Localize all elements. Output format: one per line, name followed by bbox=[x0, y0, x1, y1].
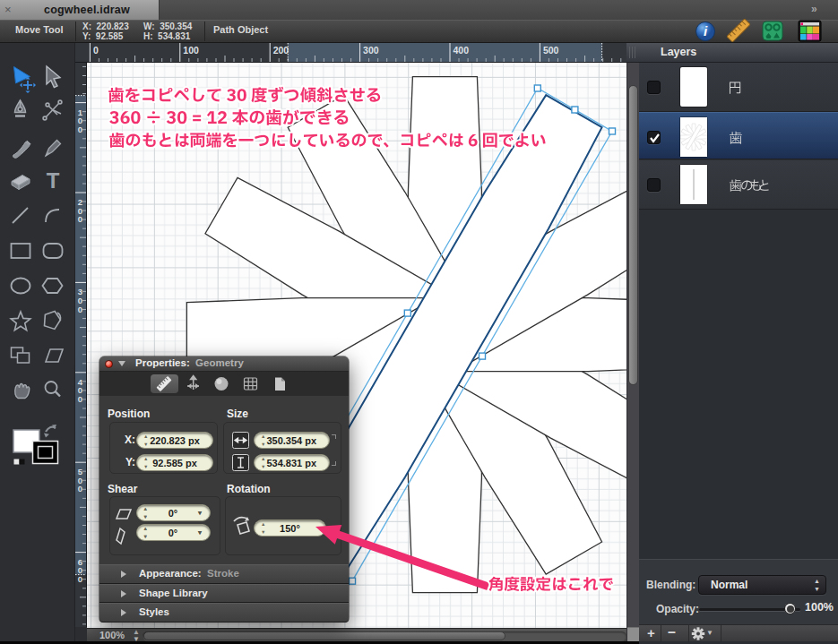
svg-text:T: T bbox=[47, 168, 60, 193]
svg-text:0: 0 bbox=[78, 574, 82, 584]
svg-text:200: 200 bbox=[273, 45, 289, 56]
svg-text:0: 0 bbox=[78, 125, 82, 134]
svg-text:400: 400 bbox=[454, 45, 470, 56]
svg-text:0: 0 bbox=[78, 214, 82, 224]
svg-text:100: 100 bbox=[183, 45, 199, 56]
svg-text:0: 0 bbox=[78, 484, 82, 494]
svg-text:0: 0 bbox=[78, 394, 82, 404]
svg-text:0: 0 bbox=[78, 305, 82, 314]
svg-text:300: 300 bbox=[363, 45, 379, 56]
svg-text:0: 0 bbox=[93, 45, 99, 56]
svg-text:500: 500 bbox=[543, 45, 559, 56]
